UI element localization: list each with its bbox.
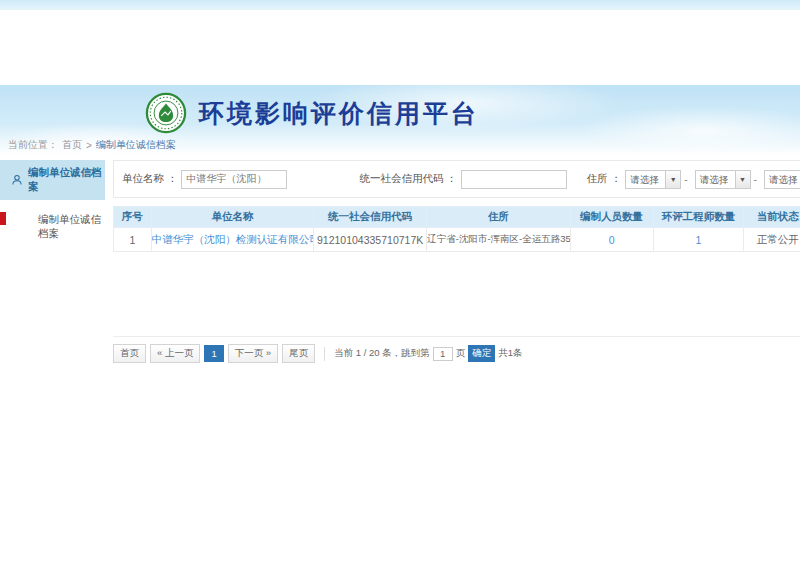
pager-info-prefix: 当前 1 / 20 条，跳到第 bbox=[334, 347, 430, 360]
chevron-down-icon[interactable]: ▼ bbox=[735, 171, 750, 188]
cell-credit-code: 91210104335710717K bbox=[314, 228, 427, 252]
last-page-button[interactable]: 尾页 bbox=[282, 344, 315, 363]
main-content: 单位名称 ： 统一社会信用代码 ： 住所 ： 请选择 ▼ - 请选择 ▼ - 请… bbox=[113, 160, 800, 363]
select-separator: - bbox=[684, 173, 688, 185]
city-select-value: 请选择 bbox=[696, 171, 735, 188]
content-layout: 编制单位诚信档案 编制单位诚信档案 单位名称 ： 统一社会信用代码 ： 住所 ：… bbox=[0, 160, 800, 363]
table-row: 1 中谱华宇（沈阳）检测认证有限公司 91210104335710717K 辽宁… bbox=[114, 228, 800, 252]
sidebar: 编制单位诚信档案 编制单位诚信档案 bbox=[0, 160, 105, 363]
district-select[interactable]: 请选择 ▼ bbox=[764, 170, 800, 189]
header-whitespace bbox=[0, 10, 800, 85]
unit-name-label: 单位名称 ： bbox=[122, 172, 177, 186]
total-count: 共1条 bbox=[498, 347, 522, 360]
pager-info: 当前 1 / 20 条，跳到第 页 确定 共1条 bbox=[334, 345, 522, 362]
district-select-value: 请选择 bbox=[765, 171, 800, 188]
jump-confirm-button[interactable]: 确定 bbox=[468, 345, 495, 362]
col-index: 序号 bbox=[114, 207, 152, 228]
pager-divider bbox=[324, 347, 325, 361]
province-select-value: 请选择 bbox=[626, 171, 665, 188]
select-separator: - bbox=[754, 173, 758, 185]
sidebar-header-label: 编制单位诚信档案 bbox=[28, 166, 103, 194]
breadcrumb-separator: > bbox=[86, 140, 92, 151]
staff-count-link[interactable]: 0 bbox=[609, 234, 615, 246]
address-label: 住所 ： bbox=[587, 172, 621, 186]
pager-info-suffix: 页 bbox=[456, 347, 466, 360]
active-item-marker bbox=[0, 212, 6, 225]
user-icon bbox=[11, 174, 23, 186]
col-credit-code: 统一社会信用代码 bbox=[314, 207, 427, 228]
credit-code-label: 统一社会信用代码 ： bbox=[359, 172, 456, 186]
results-table: 序号 单位名称 统一社会信用代码 住所 编制人员数量 环评工程师数量 当前状态 … bbox=[113, 206, 800, 252]
unit-name-input[interactable] bbox=[181, 170, 287, 189]
page-title: 环境影响评价信用平台 bbox=[199, 97, 479, 130]
engineer-count-link[interactable]: 1 bbox=[695, 234, 701, 246]
jump-page-input[interactable] bbox=[433, 347, 453, 361]
top-sky-strip bbox=[0, 0, 800, 10]
brand: 环境影响评价信用平台 bbox=[0, 85, 800, 134]
sidebar-item-label: 编制单位诚信档案 bbox=[38, 213, 101, 239]
chevron-down-icon[interactable]: ▼ bbox=[665, 171, 680, 188]
credit-code-input[interactable] bbox=[461, 170, 567, 189]
sidebar-item-credit-archive[interactable]: 编制单位诚信档案 bbox=[0, 209, 105, 245]
prev-page-button[interactable]: « 上一页 bbox=[150, 344, 200, 363]
table-header-row: 序号 单位名称 统一社会信用代码 住所 编制人员数量 环评工程师数量 当前状态 … bbox=[114, 207, 800, 228]
col-status: 当前状态 bbox=[744, 207, 800, 228]
unit-name-link[interactable]: 中谱华宇（沈阳）检测认证有限公司 bbox=[152, 233, 314, 245]
mee-logo-icon bbox=[145, 92, 187, 134]
province-select[interactable]: 请选择 ▼ bbox=[625, 170, 681, 189]
cell-address: 辽宁省-沈阳市-浑南区-全运五路35-1号楼902 bbox=[427, 228, 570, 252]
header-band: 环境影响评价信用平台 当前位置： 首页 > 编制单位诚信档案 bbox=[0, 85, 800, 155]
breadcrumb-label: 当前位置： bbox=[8, 138, 58, 152]
next-page-button[interactable]: 下一页 » bbox=[228, 344, 278, 363]
col-staff-count: 编制人员数量 bbox=[570, 207, 653, 228]
col-engineer-count: 环评工程师数量 bbox=[653, 207, 744, 228]
breadcrumb-home-link[interactable]: 首页 bbox=[62, 138, 82, 152]
pagination: 首页 « 上一页 1 下一页 » 尾页 当前 1 / 20 条，跳到第 页 确定… bbox=[113, 336, 800, 363]
cell-status: 正常公开 bbox=[744, 228, 800, 252]
col-address: 住所 bbox=[427, 207, 570, 228]
breadcrumb: 当前位置： 首页 > 编制单位诚信档案 bbox=[8, 138, 176, 152]
cell-index: 1 bbox=[114, 228, 152, 252]
first-page-button[interactable]: 首页 bbox=[113, 344, 146, 363]
page-1-button[interactable]: 1 bbox=[204, 345, 223, 362]
breadcrumb-current: 编制单位诚信档案 bbox=[96, 138, 176, 152]
city-select[interactable]: 请选择 ▼ bbox=[695, 170, 751, 189]
col-unit-name: 单位名称 bbox=[151, 207, 313, 228]
sidebar-header-records[interactable]: 编制单位诚信档案 bbox=[0, 160, 105, 200]
search-panel: 单位名称 ： 统一社会信用代码 ： 住所 ： 请选择 ▼ - 请选择 ▼ - 请… bbox=[113, 160, 800, 198]
